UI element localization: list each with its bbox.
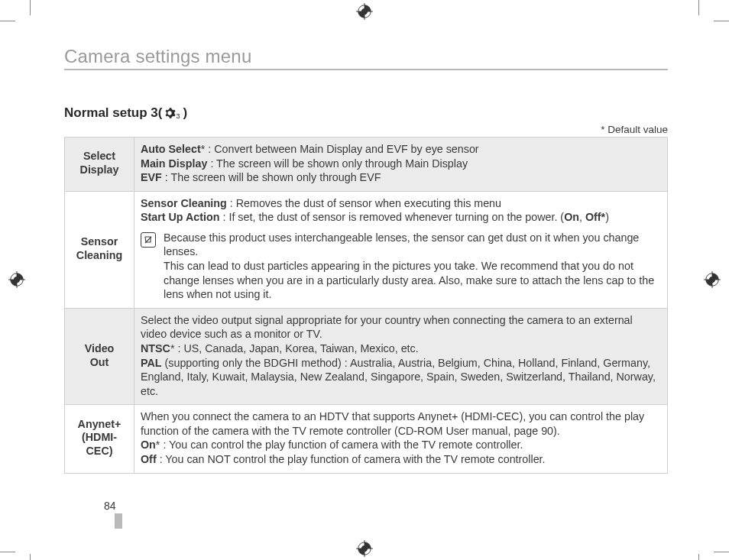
subsection-suffix: ) bbox=[183, 105, 188, 121]
row-label: Select Display bbox=[65, 138, 134, 192]
gear-icon bbox=[164, 107, 176, 119]
table-row: Video Out Select the video output signal… bbox=[65, 308, 668, 404]
settings-table: Select Display Auto Select* : Convert be… bbox=[64, 137, 668, 474]
page-title: Camera settings menu bbox=[64, 46, 668, 67]
default-value-note: * Default value bbox=[64, 124, 668, 135]
subsection-prefix: Normal setup 3( bbox=[64, 105, 162, 121]
registration-mark-icon bbox=[8, 271, 25, 288]
note-text: Because this product uses interchangeabl… bbox=[164, 231, 661, 302]
table-row: Select Display Auto Select* : Convert be… bbox=[65, 138, 668, 192]
registration-mark-icon bbox=[356, 540, 373, 557]
table-row: Anynet+ (HDMI- CEC) When you connect the… bbox=[65, 405, 668, 473]
page-tab-marker bbox=[115, 513, 122, 529]
row-desc: Sensor Cleaning : Removes the dust of se… bbox=[134, 191, 668, 308]
note-box: Because this product uses interchangeabl… bbox=[141, 231, 661, 302]
registration-mark-icon bbox=[704, 271, 721, 288]
row-label: Sensor Cleaning bbox=[65, 191, 134, 308]
row-desc: Select the video output signal appropria… bbox=[134, 308, 668, 404]
registration-mark-icon bbox=[356, 3, 373, 20]
row-desc: Auto Select* : Convert between Main Disp… bbox=[134, 138, 668, 192]
row-label: Anynet+ (HDMI- CEC) bbox=[65, 405, 134, 473]
subsection-title: Normal setup 3( 3 ) bbox=[64, 105, 668, 121]
page-content: Camera settings menu Normal setup 3( 3 )… bbox=[64, 46, 668, 474]
title-rule bbox=[64, 69, 668, 70]
row-desc: When you connect the camera to an HDTV t… bbox=[134, 405, 668, 473]
row-label: Video Out bbox=[65, 308, 134, 404]
table-row: Sensor Cleaning Sensor Cleaning : Remove… bbox=[65, 191, 668, 308]
gear-subscript: 3 bbox=[176, 112, 180, 120]
note-icon bbox=[141, 232, 156, 248]
page-number: 84 bbox=[104, 500, 116, 512]
